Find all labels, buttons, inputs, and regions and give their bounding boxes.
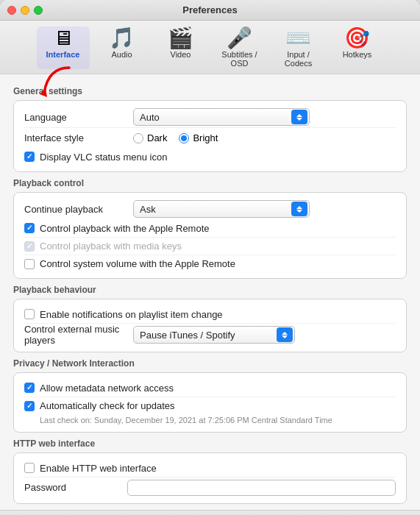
arrow-down-icon [296, 118, 302, 121]
arrow-up-icon [296, 114, 302, 117]
continue-playback-arrow [291, 202, 307, 216]
password-label: Password [24, 482, 127, 493]
toolbar-label-video: Video [171, 50, 191, 59]
language-select-arrow [291, 110, 307, 124]
notifications-label: Enable notifications on playlist item ch… [40, 309, 223, 320]
section-behaviour-title: Playback behaviour [13, 285, 407, 295]
updates-checkbox[interactable] [24, 401, 35, 411]
maximize-button[interactable] [34, 6, 43, 15]
password-row: Password [24, 477, 396, 497]
toolbar-item-video[interactable]: 🎬 Video [154, 26, 207, 69]
enable-http-row: Enable HTTP web interface [24, 459, 396, 477]
toolbar-label-hotkeys: Hotkeys [343, 50, 372, 59]
toolbar-item-interface[interactable]: 🖥 Interface [37, 26, 90, 69]
section-http-title: HTTP web interface [13, 438, 407, 449]
apple-remote-checkbox[interactable] [24, 223, 35, 233]
notifications-row: Enable notifications on playlist item ch… [24, 305, 396, 323]
external-music-value: Pause iTunes / Spotify [140, 330, 277, 341]
section-general: General settings Language Auto [13, 86, 407, 172]
continue-playback-label: Continue playback [24, 204, 127, 215]
footer: Show All Reset All Cancel Save [0, 510, 420, 515]
close-button[interactable] [7, 6, 16, 15]
dark-radio-text: Dark [147, 132, 167, 143]
section-playback-box: Continue playback Ask Control playb [13, 192, 407, 279]
section-playback-control: Playback control Continue playback Ask [13, 178, 407, 279]
language-control: Auto [133, 108, 396, 126]
external-music-arrow [277, 327, 293, 342]
media-keys-checkbox[interactable] [24, 241, 35, 252]
system-volume-row: Control system volume with the Apple Rem… [24, 255, 396, 272]
system-volume-checkbox[interactable] [24, 259, 35, 269]
apple-remote-row: Control playback with the Apple Remote [24, 219, 396, 237]
language-row: Language Auto [24, 107, 396, 127]
password-input[interactable] [127, 480, 396, 496]
enable-http-label: Enable HTTP web interface [40, 463, 157, 474]
bright-radio-text: Bright [193, 132, 218, 143]
system-volume-label: Control system volume with the Apple Rem… [40, 258, 235, 269]
subtitles-icon: 🎤 [227, 28, 252, 49]
bright-radio[interactable] [179, 133, 189, 143]
notifications-checkbox[interactable] [24, 309, 35, 319]
continue-playback-select[interactable]: Ask [133, 200, 310, 218]
metadata-row: Allow metadata network access [24, 379, 396, 397]
display-vlc-checkbox[interactable] [24, 152, 35, 162]
preferences-window: Preferences 🖥 Interface 🎵 Audio 🎬 Video … [0, 0, 420, 515]
apple-remote-label: Control playback with the Apple Remote [40, 223, 210, 234]
toolbar-item-input[interactable]: ⌨️ Input / Codecs [272, 26, 325, 69]
window-title: Preferences [182, 4, 237, 15]
external-music-label: Control external music players [24, 324, 127, 346]
section-playback-title: Playback control [13, 178, 407, 188]
toolbar-label-subtitles: Subtitles / OSD [216, 50, 263, 68]
external-music-row: Control external music players Pause iTu… [24, 323, 396, 346]
bright-radio-dot [181, 135, 187, 141]
enable-http-checkbox[interactable] [24, 463, 35, 473]
toolbar: 🖥 Interface 🎵 Audio 🎬 Video 🎤 Subtitles … [0, 21, 420, 74]
continue-playback-control: Ask [133, 200, 396, 218]
toolbar-item-subtitles[interactable]: 🎤 Subtitles / OSD [213, 26, 266, 69]
audio-icon: 🎵 [109, 28, 135, 49]
metadata-label: Allow metadata network access [40, 383, 174, 394]
arrow-up-icon3 [282, 332, 288, 335]
section-privacy: Privacy / Network Interaction Allow meta… [13, 358, 407, 433]
hotkeys-icon: 🎯 [344, 28, 370, 49]
media-keys-row: Control playback with media keys [24, 237, 396, 255]
continue-playback-value: Ask [140, 204, 291, 215]
language-select[interactable]: Auto [133, 108, 310, 126]
last-check-text: Last check on: Sunday, December 19, 2021… [24, 414, 396, 426]
interface-style-label: Interface style [24, 132, 127, 143]
section-general-title: General settings [13, 86, 407, 96]
arrow-down-icon2 [296, 210, 302, 213]
arrow-up-icon2 [296, 206, 302, 209]
toolbar-label-interface: Interface [46, 50, 80, 59]
arrow-down-icon3 [282, 335, 288, 338]
minimize-button[interactable] [21, 6, 29, 15]
interface-icon: 🖥 [53, 28, 74, 49]
metadata-checkbox[interactable] [24, 383, 35, 393]
toolbar-label-audio: Audio [111, 50, 132, 59]
section-privacy-title: Privacy / Network Interaction [13, 358, 407, 369]
section-general-box: Language Auto Interface style [13, 100, 407, 172]
section-behaviour-box: Enable notifications on playlist item ch… [13, 299, 407, 352]
continue-playback-row: Continue playback Ask [24, 199, 396, 219]
dark-radio[interactable] [133, 133, 143, 143]
display-vlc-row: Display VLC status menu icon [24, 148, 396, 166]
section-privacy-box: Allow metadata network access Automatica… [13, 372, 407, 433]
bright-radio-label[interactable]: Bright [179, 132, 218, 143]
section-http: HTTP web interface Enable HTTP web inter… [13, 438, 407, 504]
main-content: General settings Language Auto [0, 74, 420, 504]
media-keys-label: Control playback with media keys [40, 241, 182, 252]
toolbar-item-hotkeys[interactable]: 🎯 Hotkeys [331, 26, 384, 69]
traffic-lights [7, 6, 43, 15]
updates-label: Automatically check for updates [40, 400, 175, 411]
dark-radio-label[interactable]: Dark [133, 132, 167, 143]
toolbar-item-audio[interactable]: 🎵 Audio [96, 26, 149, 69]
updates-row: Automatically check for updates [24, 397, 396, 414]
external-music-select[interactable]: Pause iTunes / Spotify [133, 326, 295, 344]
toolbar-label-input: Input / Codecs [275, 50, 322, 68]
interface-style-control: Dark Bright [133, 132, 396, 143]
display-vlc-label: Display VLC status menu icon [40, 152, 167, 163]
language-label: Language [24, 112, 127, 123]
video-icon: 🎬 [168, 28, 193, 49]
input-icon: ⌨️ [285, 28, 311, 49]
section-playback-behaviour: Playback behaviour Enable notifications … [13, 285, 407, 352]
